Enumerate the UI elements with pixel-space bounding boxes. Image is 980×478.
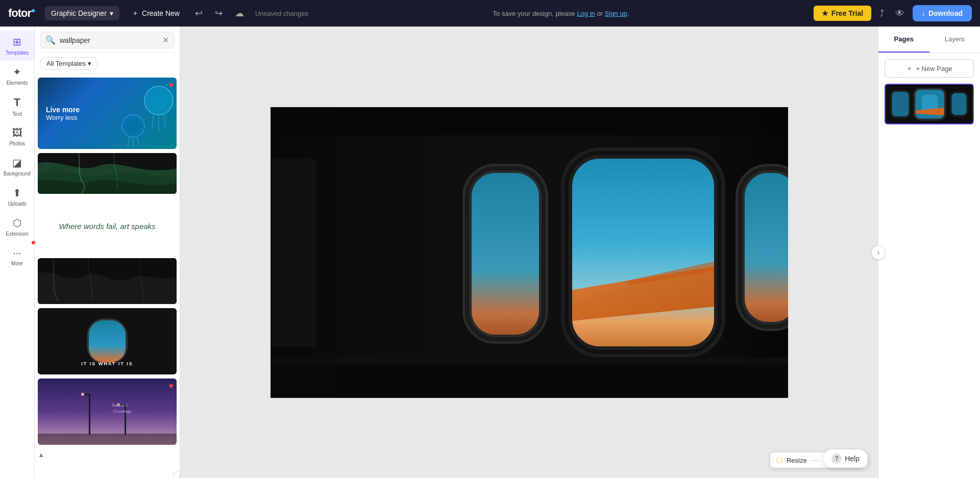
template-item-2[interactable] bbox=[38, 153, 177, 194]
project-type-dropdown[interactable]: Graphic Designer ▾ bbox=[45, 6, 119, 20]
logo-text: fotor bbox=[8, 7, 31, 20]
tpl-text-worryless: Worry less bbox=[46, 114, 107, 121]
preview-button[interactable]: 👁 bbox=[892, 5, 908, 22]
left-panel: 🔍 ✕ All Templates ▾ Live more Worry less bbox=[35, 27, 180, 478]
svg-rect-43 bbox=[271, 158, 316, 347]
chevron-down-icon: ▾ bbox=[110, 9, 113, 17]
template-item-6[interactable]: Season's Greetings ♥ bbox=[38, 379, 177, 445]
text-label: Text bbox=[12, 111, 21, 117]
signup-link[interactable]: Sign up bbox=[605, 10, 627, 17]
tab-pages[interactable]: Pages bbox=[878, 27, 929, 53]
login-link[interactable]: Log in bbox=[577, 10, 595, 17]
search-icon: 🔍 bbox=[45, 35, 56, 45]
save-status-button[interactable]: ☁ bbox=[232, 5, 247, 22]
share-icon: ⤴ bbox=[879, 8, 884, 18]
new-page-label: + New Page bbox=[916, 65, 952, 72]
help-label: Help bbox=[845, 455, 860, 463]
right-panel-collapse-button[interactable]: › bbox=[871, 245, 886, 260]
svg-rect-12 bbox=[89, 320, 126, 362]
free-trial-button[interactable]: ★ Free Trial bbox=[814, 6, 871, 21]
template-item-3[interactable]: Where words fail, art speaks bbox=[38, 198, 177, 254]
purple-evening-svg: Season's Greetings bbox=[38, 379, 177, 445]
sidebar-item-extension[interactable]: ⬡ Extension bbox=[0, 212, 34, 242]
template-item-4[interactable] bbox=[38, 258, 177, 304]
resize-label: Resize bbox=[787, 457, 807, 464]
template-item-1[interactable]: Live more Worry less bbox=[38, 78, 177, 149]
scroll-up-button[interactable]: ▲ bbox=[38, 449, 44, 461]
svg-rect-41 bbox=[271, 357, 788, 365]
template-item-5[interactable]: IT IS WHAT IT IS bbox=[38, 308, 177, 374]
svg-line-7 bbox=[128, 137, 129, 146]
search-clear-button[interactable]: ✕ bbox=[162, 35, 169, 45]
more-label: More bbox=[11, 261, 23, 266]
zoom-separator: — bbox=[811, 456, 819, 465]
create-new-button[interactable]: ＋ Create New bbox=[126, 6, 186, 21]
top-nav: fotor Graphic Designer ▾ ＋ Create New ↩ … bbox=[0, 0, 980, 27]
canvas-svg bbox=[271, 107, 788, 398]
sidebar-item-templates[interactable]: ⊞ Templates bbox=[0, 31, 34, 61]
download-button[interactable]: ↓ Download bbox=[913, 5, 972, 21]
help-icon: ? bbox=[831, 454, 842, 464]
sidebar-item-background[interactable]: ◪ Background bbox=[0, 152, 34, 182]
more-icon: ··· bbox=[13, 247, 21, 259]
svg-rect-20 bbox=[38, 434, 177, 445]
jellyfish-svg bbox=[115, 78, 177, 149]
all-templates-filter[interactable]: All Templates ▾ bbox=[40, 57, 98, 70]
sidebar-item-photos[interactable]: 🖼 Photos bbox=[0, 122, 34, 152]
sidebar-item-text[interactable]: T Text bbox=[0, 91, 34, 122]
free-trial-label: Free Trial bbox=[831, 9, 863, 17]
templates-grid: Live more Worry less bbox=[35, 74, 180, 478]
tpl-marble-green bbox=[38, 153, 177, 194]
tpl-dark-marble bbox=[38, 258, 177, 304]
help-button[interactable]: ? Help bbox=[823, 449, 868, 468]
small-window-svg bbox=[89, 320, 126, 362]
undo-button[interactable]: ↩ bbox=[192, 5, 206, 22]
resize-icon: ⬡ bbox=[776, 456, 782, 464]
tab-layers[interactable]: Layers bbox=[929, 27, 981, 53]
favorite-btn-6[interactable]: ♥ bbox=[169, 382, 174, 391]
sidebar-item-elements[interactable]: ✦ Elements bbox=[0, 61, 34, 91]
plus-icon: ＋ bbox=[906, 64, 913, 73]
svg-rect-28 bbox=[467, 168, 544, 339]
redo-button[interactable]: ↪ bbox=[212, 5, 226, 22]
favorite-btn-1[interactable]: ♥ bbox=[169, 81, 174, 90]
canvas-wrapper bbox=[271, 107, 788, 398]
filter-label: All Templates bbox=[46, 60, 86, 67]
background-label: Background bbox=[4, 171, 31, 177]
new-page-button[interactable]: ＋ + New Page bbox=[885, 59, 974, 78]
unsaved-label: Unsaved changes bbox=[255, 10, 308, 17]
canvas-content[interactable] bbox=[271, 107, 788, 398]
logo: fotor bbox=[8, 7, 35, 20]
svg-rect-51 bbox=[950, 92, 967, 116]
nav-right-controls: ★ Free Trial ⤴ 👁 ↓ Download bbox=[814, 5, 972, 22]
plus-icon: ＋ bbox=[132, 9, 139, 18]
templates-icon: ⊞ bbox=[13, 36, 21, 48]
search-input[interactable] bbox=[60, 36, 158, 44]
tpl-text-itiswhatitis: IT IS WHAT IT IS bbox=[38, 361, 177, 366]
svg-point-1 bbox=[150, 91, 168, 110]
tpl-text-artspeak: Where words fail, art speaks bbox=[59, 222, 155, 231]
save-prompt: To save your design, please Log in or Si… bbox=[314, 10, 807, 17]
svg-rect-14 bbox=[89, 394, 90, 435]
cloud-icon: ☁ bbox=[235, 8, 244, 19]
sidebar-item-more[interactable]: ··· More bbox=[0, 242, 34, 271]
page-thumbnail-1[interactable] bbox=[885, 84, 974, 124]
dark-marble-svg bbox=[38, 258, 177, 304]
extension-icon: ⬡ bbox=[13, 217, 21, 229]
right-panel: › Pages Layers ＋ + New Page bbox=[878, 27, 980, 478]
share-button[interactable]: ⤴ bbox=[876, 5, 887, 22]
templates-label: Templates bbox=[6, 50, 29, 56]
page-thumb-content bbox=[886, 85, 973, 123]
sidebar-item-uploads[interactable]: ⬆ Uploads bbox=[0, 182, 34, 212]
left-icon-sidebar: ⊞ Templates ✦ Elements T Text 🖼 Photos ◪… bbox=[0, 27, 35, 478]
tpl-purple-evening: Season's Greetings bbox=[38, 379, 177, 445]
download-icon: ↓ bbox=[922, 9, 925, 17]
svg-rect-31 bbox=[567, 153, 720, 352]
svg-rect-39 bbox=[271, 107, 788, 135]
background-icon: ◪ bbox=[12, 157, 22, 169]
photos-icon: 🖼 bbox=[12, 127, 22, 139]
undo-icon: ↩ bbox=[195, 8, 203, 19]
elements-label: Elements bbox=[7, 80, 28, 86]
search-input-wrap: 🔍 ✕ bbox=[40, 32, 175, 48]
page-thumb-svg bbox=[886, 85, 973, 123]
